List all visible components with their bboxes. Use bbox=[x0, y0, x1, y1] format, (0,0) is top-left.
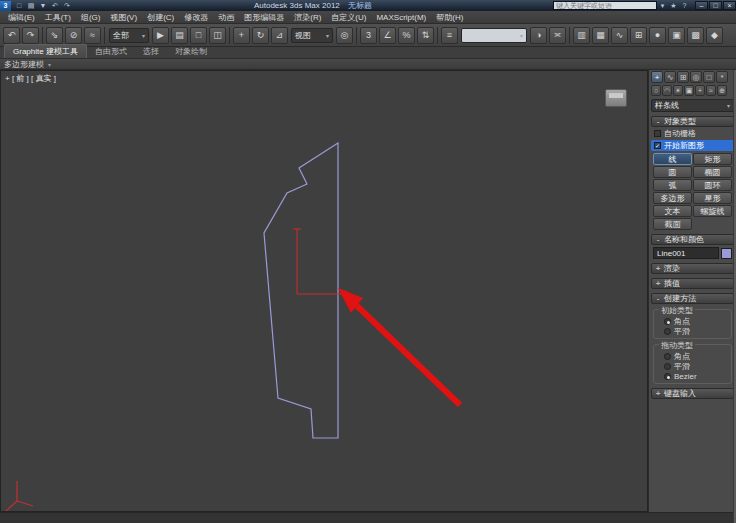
text-button[interactable]: 文本 bbox=[653, 205, 692, 217]
search-input[interactable] bbox=[553, 1, 657, 10]
window-crossing-icon[interactable]: ◫ bbox=[209, 27, 226, 44]
spinner-snap-icon[interactable]: ⇅ bbox=[417, 27, 434, 44]
named-selection-dropdown[interactable]: ▾ bbox=[461, 28, 527, 43]
category-lights-icon[interactable]: ☀ bbox=[673, 85, 683, 96]
ribbon-tab-object-paint[interactable]: 对象绘制 bbox=[167, 45, 215, 58]
undo-toolbar-icon[interactable]: ↶ bbox=[3, 27, 20, 44]
autogrid-checkbox[interactable] bbox=[654, 130, 661, 137]
angle-snap-icon[interactable]: ∠ bbox=[379, 27, 396, 44]
rollout-name-color[interactable]: - 名称和颜色 bbox=[651, 234, 734, 245]
render-setup-icon[interactable]: ▣ bbox=[668, 27, 685, 44]
rollout-rendering[interactable]: + 渲染 bbox=[651, 263, 734, 274]
select-by-name-icon[interactable]: ▤ bbox=[171, 27, 188, 44]
favorites-icon[interactable]: ★ bbox=[669, 1, 678, 10]
rectangular-region-icon[interactable]: □ bbox=[190, 27, 207, 44]
redo-icon[interactable]: ↷ bbox=[62, 1, 72, 10]
tab-modify[interactable]: ∿ bbox=[664, 71, 676, 83]
start-new-shape-checkbox[interactable]: ✓ bbox=[654, 142, 661, 149]
menu-item-animation[interactable]: 动画 bbox=[213, 12, 239, 23]
star-button[interactable]: 星形 bbox=[693, 192, 732, 204]
new-file-icon[interactable]: □ bbox=[14, 1, 24, 10]
ribbon-tab-freeform[interactable]: 自由形式 bbox=[87, 45, 135, 58]
open-file-icon[interactable]: ▤ bbox=[26, 1, 36, 10]
tab-display[interactable]: □ bbox=[703, 71, 715, 83]
category-shapes-icon[interactable]: ◠ bbox=[662, 85, 672, 96]
drag-bezier-radio-row[interactable]: Bezier bbox=[658, 371, 727, 381]
drag-smooth-radio[interactable] bbox=[664, 363, 671, 370]
object-name-input[interactable]: Line001 bbox=[653, 247, 719, 259]
section-button[interactable]: 截面 bbox=[653, 218, 692, 230]
tab-hierarchy[interactable]: ⊞ bbox=[677, 71, 689, 83]
donut-button[interactable]: 圆环 bbox=[693, 179, 732, 191]
unlink-selection-icon[interactable]: ⊘ bbox=[65, 27, 82, 44]
arc-button[interactable]: 弧 bbox=[653, 179, 692, 191]
category-systems-icon[interactable]: ⊕ bbox=[717, 85, 727, 96]
maximize-button[interactable]: □ bbox=[709, 1, 722, 10]
category-cameras-icon[interactable]: ▣ bbox=[684, 85, 694, 96]
helix-button[interactable]: 螺旋线 bbox=[693, 205, 732, 217]
drag-smooth-radio-row[interactable]: 平滑 bbox=[658, 361, 727, 371]
menu-item-help[interactable]: 帮助(H) bbox=[431, 12, 468, 23]
undo-icon[interactable]: ↶ bbox=[50, 1, 60, 10]
viewcube[interactable] bbox=[605, 89, 627, 107]
drag-bezier-radio[interactable] bbox=[664, 373, 671, 380]
search-options-icon[interactable]: ▾ bbox=[658, 1, 667, 10]
edit-named-selections-icon[interactable]: ≡ bbox=[441, 27, 458, 44]
drag-corner-radio-row[interactable]: 角点 bbox=[658, 351, 727, 361]
line-button[interactable]: 线 bbox=[653, 153, 692, 165]
viewport-label[interactable]: + [ 前 ] [ 真实 ] bbox=[5, 73, 56, 84]
menu-item-maxscript[interactable]: MAXScript(M) bbox=[371, 13, 431, 22]
minimize-button[interactable]: ‒ bbox=[695, 1, 708, 10]
select-and-link-icon[interactable]: ⇘ bbox=[46, 27, 63, 44]
align-icon[interactable]: ≍ bbox=[549, 27, 566, 44]
category-geometry-icon[interactable]: ○ bbox=[651, 85, 661, 96]
autogrid-checkbox-row[interactable]: 自动栅格 bbox=[649, 128, 736, 139]
app-logo-icon[interactable]: 3 bbox=[0, 1, 11, 11]
menu-item-edit[interactable]: 编辑(E) bbox=[3, 12, 40, 23]
redo-toolbar-icon[interactable]: ↷ bbox=[22, 27, 39, 44]
tab-motion[interactable]: ◎ bbox=[690, 71, 702, 83]
rollout-creation-method[interactable]: - 创建方法 bbox=[651, 293, 734, 304]
rectangle-button[interactable]: 矩形 bbox=[693, 153, 732, 165]
mirror-icon[interactable]: ◑ bbox=[530, 27, 547, 44]
schematic-view-icon[interactable]: ⊞ bbox=[630, 27, 647, 44]
ribbon-tab-graphite[interactable]: Graphite 建模工具 bbox=[4, 44, 87, 58]
menu-item-modifiers[interactable]: 修改器 bbox=[179, 12, 213, 23]
save-file-icon[interactable]: ▼ bbox=[38, 1, 48, 10]
viewport-front[interactable]: + [ 前 ] [ 真实 ] bbox=[0, 70, 648, 512]
tab-create[interactable]: + bbox=[651, 71, 663, 83]
initial-smooth-radio[interactable] bbox=[664, 328, 671, 335]
circle-button[interactable]: 圆 bbox=[653, 166, 692, 178]
initial-corner-radio-row[interactable]: 角点 bbox=[658, 316, 727, 326]
shape-type-dropdown[interactable]: 样条线 ▾ bbox=[651, 99, 734, 112]
snaps-toggle-icon[interactable]: 3 bbox=[360, 27, 377, 44]
rendered-frame-icon[interactable]: ▩ bbox=[687, 27, 704, 44]
reference-coordinate-dropdown[interactable]: 视图 ▾ bbox=[291, 28, 333, 43]
rollout-object-type[interactable]: - 对象类型 bbox=[651, 116, 734, 127]
tab-utilities[interactable]: * bbox=[716, 71, 728, 83]
layer-manager-icon[interactable]: ▥ bbox=[573, 27, 590, 44]
menu-item-views[interactable]: 视图(V) bbox=[105, 12, 142, 23]
render-icon[interactable]: ◆ bbox=[706, 27, 723, 44]
material-editor-icon[interactable]: ● bbox=[649, 27, 666, 44]
select-and-move-icon[interactable]: + bbox=[233, 27, 250, 44]
menu-item-group[interactable]: 组(G) bbox=[76, 12, 106, 23]
ngon-button[interactable]: 多边形 bbox=[653, 192, 692, 204]
select-and-rotate-icon[interactable]: ↻ bbox=[252, 27, 269, 44]
object-color-swatch[interactable] bbox=[721, 248, 732, 259]
close-button[interactable]: × bbox=[723, 1, 736, 10]
ellipse-button[interactable]: 椭圆 bbox=[693, 166, 732, 178]
bind-to-spacewarp-icon[interactable]: ≈ bbox=[84, 27, 101, 44]
ribbon-tab-selection[interactable]: 选择 bbox=[135, 45, 167, 58]
initial-corner-radio[interactable] bbox=[664, 318, 671, 325]
use-center-icon[interactable]: ◎ bbox=[336, 27, 353, 44]
percent-snap-icon[interactable]: % bbox=[398, 27, 415, 44]
rollout-interpolation[interactable]: + 插值 bbox=[651, 278, 734, 289]
help-icon[interactable]: ? bbox=[680, 1, 689, 10]
drag-corner-radio[interactable] bbox=[664, 353, 671, 360]
select-and-scale-icon[interactable]: ⊿ bbox=[271, 27, 288, 44]
curve-editor-icon[interactable]: ∿ bbox=[611, 27, 628, 44]
start-new-shape-row[interactable]: ✓ 开始新图形 bbox=[651, 140, 734, 151]
menu-item-graph-editors[interactable]: 图形编辑器 bbox=[239, 12, 289, 23]
selection-filter-dropdown[interactable]: 全部 ▾ bbox=[109, 28, 149, 43]
